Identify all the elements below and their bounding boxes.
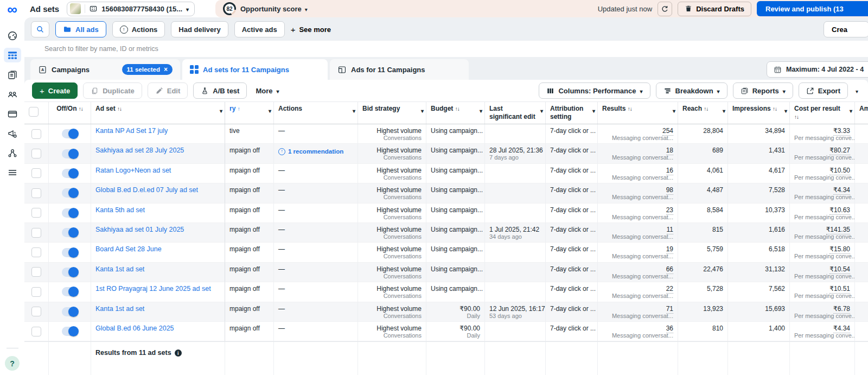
tab-campaigns[interactable]: A Campaigns 11 selected × xyxy=(30,59,180,80)
date-range-selector[interactable]: Maximum: 4 Jul 2022 - 4 xyxy=(767,61,868,78)
column-header-off-on[interactable]: Off/On ↑↓ xyxy=(49,102,91,124)
columns-button[interactable]: Columns: Performance xyxy=(539,82,650,99)
row-toggle[interactable] xyxy=(62,307,78,316)
row-toggle[interactable] xyxy=(62,129,78,138)
adset-name-link[interactable]: Board Ad Set 28 June xyxy=(95,245,162,253)
row-checkbox[interactable] xyxy=(31,267,41,277)
sidebar-item-audiences[interactable] xyxy=(4,87,21,101)
filter-active-ads[interactable]: Active ads xyxy=(234,21,285,37)
column-menu-icon[interactable] xyxy=(673,108,675,115)
column-header-budget[interactable]: Budget ↑↓ xyxy=(426,102,485,124)
column-menu-icon[interactable] xyxy=(540,108,543,115)
adset-name-link[interactable]: Ratan Logo+Neon ad set xyxy=(95,167,171,174)
table-row[interactable]: Global B.ed D.el.ed 07 July ad setmpaign… xyxy=(24,183,868,203)
row-toggle[interactable] xyxy=(62,327,78,336)
column-menu-icon[interactable] xyxy=(269,108,271,115)
column-menu-icon[interactable] xyxy=(592,108,595,115)
column-menu-icon[interactable] xyxy=(220,108,222,115)
select-all-checkbox[interactable] xyxy=(29,107,39,117)
adset-name-link[interactable]: Kanta 5th ad set xyxy=(95,206,145,214)
row-toggle[interactable] xyxy=(62,287,78,296)
row-toggle[interactable] xyxy=(62,248,78,257)
more-button[interactable]: More xyxy=(252,82,282,99)
table-row[interactable]: Global B.ed 06 June 2025mpaign off—Highe… xyxy=(24,322,868,341)
column-header-bid-strategy[interactable]: Bid strategy xyxy=(358,102,426,124)
discard-drafts-button[interactable]: Discard Drafts xyxy=(678,2,751,16)
sidebar-item-events-manager[interactable] xyxy=(4,145,21,160)
row-checkbox[interactable] xyxy=(31,129,41,139)
column-header-ry[interactable]: ry ↑ xyxy=(225,102,274,124)
export-button[interactable]: Export xyxy=(799,82,848,99)
column-menu-icon[interactable] xyxy=(421,108,424,115)
column-header-impressions[interactable]: Impressions ↑↓ xyxy=(728,102,790,124)
breakdown-button[interactable]: Breakdown xyxy=(656,82,727,99)
refresh-button[interactable] xyxy=(658,2,672,16)
table-row[interactable]: Sakhiyaa ad set 28 July 2025mpaign off↑1… xyxy=(24,144,868,163)
review-and-publish-button[interactable]: Review and publish (13 xyxy=(757,1,868,16)
column-header-cost-per-result[interactable]: Cost per result ↑↓ xyxy=(790,102,855,124)
meta-logo-icon[interactable]: ∞ xyxy=(7,2,17,16)
table-row[interactable]: Kanta 5th ad setmpaign off—Highest volum… xyxy=(24,204,868,223)
ab-test-button[interactable]: A/B test xyxy=(193,82,247,99)
row-checkbox[interactable] xyxy=(31,327,41,336)
adset-name-link[interactable]: Global B.ed 06 June 2025 xyxy=(95,325,174,332)
help-button[interactable]: ? xyxy=(5,356,20,371)
adset-name-link[interactable]: Sakhiyaa ad set 28 July 2025 xyxy=(95,147,184,154)
sidebar-item-reports[interactable] xyxy=(4,67,21,82)
column-header-ad-set[interactable]: Ad set ↑↓ xyxy=(91,102,225,124)
table-row[interactable]: Sakhiyaa ad set 01 July 2025mpaign off—H… xyxy=(24,223,868,243)
table-row[interactable]: Kanta NP Ad Set 17 julytive—Highest volu… xyxy=(24,124,868,144)
column-header-results[interactable]: Results ↑↓ xyxy=(598,102,678,124)
column-menu-icon[interactable] xyxy=(784,108,787,115)
close-icon[interactable]: × xyxy=(164,66,168,73)
tab-ads[interactable]: Ads for 11 Campaigns xyxy=(330,59,469,80)
sidebar-item-all-tools[interactable] xyxy=(4,165,21,180)
export-options-caret[interactable] xyxy=(853,87,860,95)
table-row[interactable]: Kanta 1st ad setmpaign off—Highest volum… xyxy=(24,302,868,322)
sidebar-item-campaigns[interactable] xyxy=(4,48,21,62)
create-button[interactable]: + Create xyxy=(32,82,78,99)
column-header-attribution-setting[interactable]: Attribution setting xyxy=(546,102,598,124)
row-toggle[interactable] xyxy=(62,228,78,237)
sidebar-item-billing[interactable] xyxy=(4,106,21,121)
info-icon[interactable]: i xyxy=(175,349,182,357)
tab-ad-sets[interactable]: Ad sets for 11 Campaigns xyxy=(182,59,328,80)
column-header-reach[interactable]: Reach ↑↓ xyxy=(678,102,728,124)
row-checkbox[interactable] xyxy=(31,228,41,238)
adset-name-link[interactable]: Kanta NP Ad Set 17 july xyxy=(95,127,168,135)
adset-name-link[interactable]: Kanta 1st ad set xyxy=(95,265,144,273)
reports-button[interactable]: Reports xyxy=(733,82,793,99)
edit-button[interactable]: Edit xyxy=(148,82,188,99)
create-report-button-clipped[interactable]: Crea xyxy=(824,21,868,37)
column-menu-icon[interactable] xyxy=(353,108,355,115)
row-toggle[interactable] xyxy=(62,208,78,218)
column-menu-icon[interactable] xyxy=(480,108,482,115)
row-toggle[interactable] xyxy=(62,268,78,277)
row-checkbox[interactable] xyxy=(31,208,41,218)
filter-actions[interactable]: ↑ Actions xyxy=(112,21,165,37)
see-more-button[interactable]: + See more xyxy=(291,25,331,34)
adset-name-link[interactable]: Kanta 1st ad set xyxy=(95,305,144,313)
column-menu-icon[interactable] xyxy=(850,108,852,115)
column-header-last-significant-edit[interactable]: Last significant edit xyxy=(485,102,546,124)
table-row[interactable]: 1st RO Prayagraj 12 June 2025 ad setmpai… xyxy=(24,282,868,302)
table-row[interactable]: Kanta 1st ad setmpaign off—Highest volum… xyxy=(24,263,868,282)
search-filter-button[interactable] xyxy=(31,21,49,37)
account-selector[interactable]: 1560830877758430 (15... xyxy=(67,2,195,16)
sidebar-item-account-overview[interactable] xyxy=(4,28,21,43)
row-toggle[interactable] xyxy=(62,169,78,178)
row-checkbox[interactable] xyxy=(31,287,41,297)
row-checkbox[interactable] xyxy=(31,188,41,198)
recommendation-link[interactable]: ↑1 recommendation xyxy=(278,148,343,155)
column-header-actions[interactable]: Actions xyxy=(274,102,358,124)
filter-had-delivery[interactable]: Had delivery xyxy=(171,21,228,37)
filter-all-ads[interactable]: All ads xyxy=(55,21,106,37)
row-checkbox[interactable] xyxy=(31,247,41,257)
row-checkbox[interactable] xyxy=(31,168,41,178)
row-checkbox[interactable] xyxy=(31,149,41,158)
row-checkbox[interactable] xyxy=(31,307,41,316)
adset-name-link[interactable]: 1st RO Prayagraj 12 June 2025 ad set xyxy=(95,285,211,293)
opportunity-chevron-icon[interactable] xyxy=(305,4,308,14)
adset-name-link[interactable]: Sakhiyaa ad set 01 July 2025 xyxy=(95,226,184,233)
column-header-amo[interactable]: Amo ↑↓ xyxy=(855,102,868,124)
